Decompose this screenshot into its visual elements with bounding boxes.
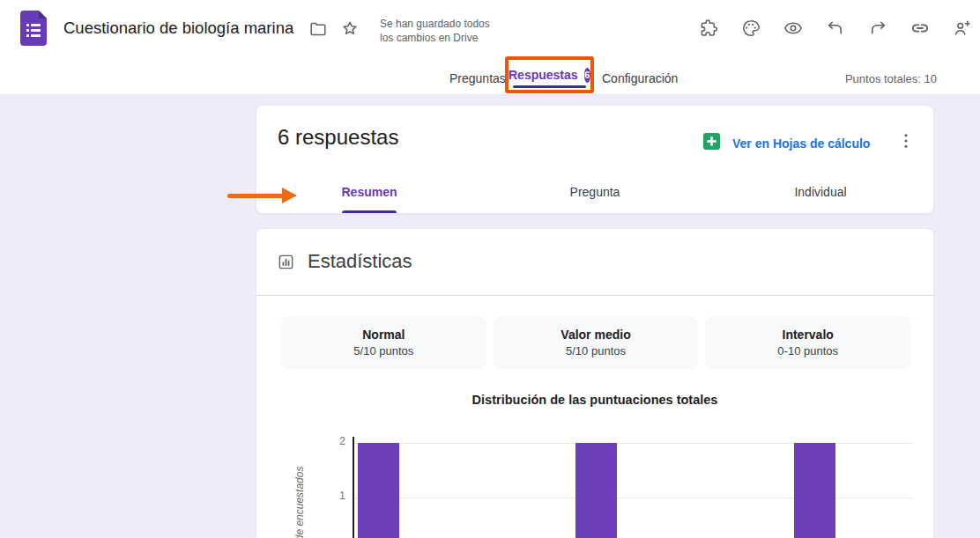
metric-label: Normal [362,328,405,342]
more-options-icon[interactable] [895,130,917,151]
score-bar [358,443,399,538]
extensions-icon[interactable] [698,18,719,39]
subtab-resumen-label: Resumen [341,185,397,199]
forms-logo-icon[interactable] [19,10,48,47]
google-forms-responses-screen: Cuestionario de biología marina Se han g… [0,0,980,538]
summary-subtabs: Resumen Pregunta Individual [256,171,933,213]
subtab-pregunta[interactable]: Pregunta [482,171,708,213]
annotation-arrow-head [282,188,297,203]
y-axis-tick-label: 2 [328,435,345,447]
subtab-pregunta-label: Pregunta [570,185,620,199]
theme-palette-icon[interactable] [740,18,761,39]
undo-icon[interactable] [825,18,846,39]
metric-value: 5/10 puntos [566,344,626,357]
score-bar [575,443,617,538]
metric-label: Valor medio [561,328,630,342]
statistics-card: Estadísticas Normal 5/10 puntos Valor me… [256,228,934,538]
star-icon[interactable] [339,18,360,39]
statistics-title: Estadísticas [308,250,412,273]
preview-eye-icon[interactable] [783,18,804,39]
chart-title: Distribución de las puntuaciones totales [256,393,933,407]
metric-label: Intervalo [783,328,834,342]
y-axis-line [353,437,354,538]
tab-preguntas[interactable]: Preguntas [449,71,506,85]
score-bar [794,443,835,538]
metric-normal: Normal 5/10 puntos [281,316,486,369]
subtab-individual-label: Individual [794,185,846,199]
subtab-individual[interactable]: Individual [708,171,933,213]
score-distribution-plot: 12 [354,443,913,538]
divider [256,295,933,296]
tab-configuracion[interactable]: Configuración [602,71,678,85]
save-status-text: Se han guardado todos los cambios en Dri… [380,18,503,45]
move-to-folder-icon[interactable] [308,18,329,40]
tab-respuestas[interactable]: Respuestas [509,68,578,82]
responses-summary-card: 6 respuestas Ver en Hojas de cálculo Res… [256,105,934,214]
subtab-active-underline [342,210,397,213]
responses-count-badge: 6 [584,68,590,83]
topbar-action-buttons [698,18,973,39]
score-metrics-row: Normal 5/10 puntos Valor medio 5/10 punt… [281,316,910,369]
page-body: 6 respuestas Ver en Hojas de cálculo Res… [0,95,980,538]
metric-value: 5/10 puntos [353,344,413,357]
statistics-chart-icon [278,254,294,274]
chart-y-axis-label: N.º de encuestados [293,435,306,538]
metric-valor-medio: Valor medio 5/10 puntos [494,316,699,369]
annotation-arrow [227,194,284,198]
top-bar: Cuestionario de biología marina Se han g… [0,0,980,95]
copy-link-icon[interactable] [909,18,931,39]
active-tab-underline [513,85,586,88]
metric-intervalo: Intervalo 0-10 puntos [705,316,910,369]
responses-count-title: 6 respuestas [278,125,398,150]
total-points-label: Puntos totales: 10 [845,72,937,85]
view-in-sheets-link[interactable]: Ver en Hojas de cálculo [703,133,870,153]
sheets-icon [703,133,720,153]
annotation-highlight-box: Respuestas 6 [505,56,594,93]
add-collaborators-icon[interactable] [952,18,973,39]
sheets-link-label: Ver en Hojas de cálculo [732,136,870,151]
metric-value: 0-10 puntos [777,344,838,357]
y-axis-tick-label: 1 [328,490,345,502]
form-title[interactable]: Cuestionario de biología marina [63,18,293,38]
redo-icon[interactable] [867,18,888,39]
